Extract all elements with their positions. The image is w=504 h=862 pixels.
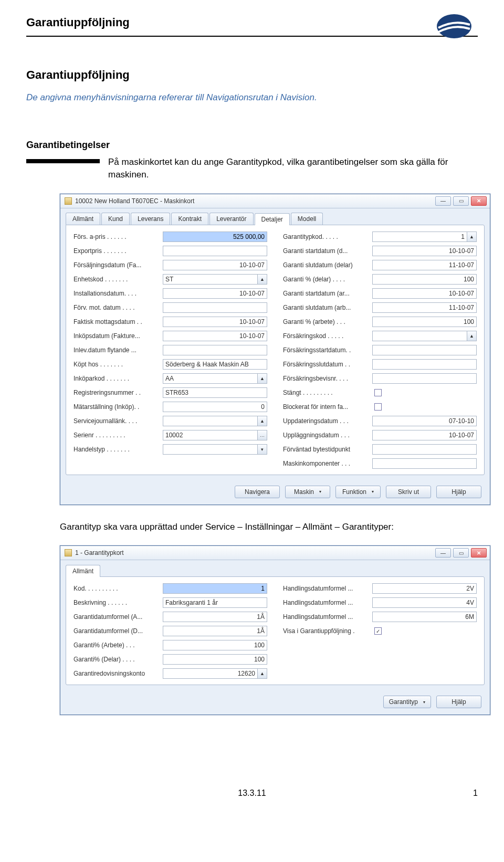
text-input[interactable] — [372, 345, 477, 355]
text-input[interactable] — [163, 246, 267, 256]
text-input[interactable] — [372, 373, 477, 384]
field: Stängt . . . . . . . . . — [283, 386, 477, 399]
field-label: Garanti% (Delar) . . . . — [74, 656, 163, 663]
text-input[interactable]: 11-10-07 — [372, 260, 477, 270]
field-label: Faktisk mottagsdatum . . — [74, 318, 163, 325]
tab-modell[interactable]: Modell — [291, 213, 323, 225]
minimize-button[interactable]: — — [435, 196, 451, 206]
text-input[interactable]: 10-10-07 — [163, 260, 267, 270]
field-label: Uppdateringsdatum . . . — [283, 417, 372, 425]
text-input[interactable]: 1Å — [163, 612, 267, 622]
field-label: Kod. . . . . . . . . . — [74, 585, 163, 592]
field: Försäljningsdatum (Fa...10-10-07 — [74, 259, 267, 271]
text-input[interactable]: AA — [163, 373, 258, 384]
page-footer: 13.3.11 1 — [26, 789, 478, 798]
chevron-down-icon: ▾ — [423, 700, 425, 705]
tab-kund[interactable]: Kund — [101, 213, 130, 225]
text-input[interactable] — [372, 444, 477, 455]
text-input[interactable] — [372, 359, 477, 370]
text-input[interactable]: 10-10-07 — [372, 246, 477, 256]
maskin-button[interactable]: Maskin▾ — [285, 486, 330, 498]
tab-leverantör[interactable]: Leverantör — [209, 213, 253, 225]
maximize-button[interactable]: ▭ — [453, 548, 469, 558]
text-input[interactable]: 100 — [163, 640, 267, 650]
text-input[interactable]: 12620 — [163, 668, 258, 679]
checkbox[interactable] — [374, 389, 382, 396]
assist-button[interactable]: ▲ — [258, 668, 267, 679]
field: Blockerat för intern fa... — [283, 401, 477, 413]
field: Inköparkod . . . . . . .AA▲ — [74, 372, 267, 385]
field: Handlingsdatumformel ...2V — [283, 582, 477, 595]
button-bar: NavigeraMaskin▾Funktion▾Skriv utHjälp — [60, 480, 490, 504]
tab-leverans[interactable]: Leverans — [131, 213, 170, 225]
checkbox[interactable] — [374, 403, 382, 411]
field: Handelstyp . . . . . . .▾ — [74, 443, 267, 456]
tab-allmänt[interactable]: Allmänt — [66, 213, 100, 225]
form-icon — [65, 197, 72, 205]
close-button[interactable]: ✕ — [471, 196, 487, 206]
assist-button[interactable]: ▲ — [258, 373, 267, 384]
text-input[interactable]: 10-10-07 — [163, 317, 267, 327]
assist-button[interactable]: ▲ — [467, 232, 477, 242]
text-input[interactable]: 1Å — [163, 626, 267, 636]
text-input[interactable] — [372, 458, 477, 469]
hjälp-button[interactable]: Hjälp — [436, 486, 481, 498]
field-label: Handelstyp . . . . . . . — [74, 446, 163, 453]
skriv-ut-button[interactable]: Skriv ut — [386, 486, 431, 498]
text-input[interactable]: 10-10-07 — [372, 430, 477, 440]
assist-button[interactable]: ▲ — [258, 416, 267, 426]
field: Garanti slutdatum (delar)11-10-07 — [283, 259, 477, 271]
text-input[interactable]: Söderberg & Haak Maskin AB — [163, 359, 267, 370]
text-input[interactable]: 525 000,00 — [163, 232, 267, 242]
navigera-button[interactable]: Navigera — [235, 486, 280, 498]
assist-button[interactable]: ▾ — [258, 444, 267, 455]
text-input[interactable]: 10-10-07 — [163, 331, 267, 341]
maximize-button[interactable]: ▭ — [453, 196, 469, 206]
field-label: Uppläggningsdatum . . . — [283, 432, 372, 439]
tab-allmänt[interactable]: Allmänt — [66, 565, 100, 577]
garantitypkort-window: 1 - Garantitypkort — ▭ ✕ Allmänt Kod. . … — [60, 545, 490, 715]
window-title: 10002 New Holland T6070EC - Maskinkort — [75, 197, 194, 205]
section-heading-garantibetingelser: Garantibetingelser — [26, 140, 478, 151]
text-input[interactable] — [163, 444, 258, 455]
text-input[interactable] — [163, 416, 258, 426]
text-input[interactable] — [163, 345, 267, 355]
assist-button[interactable]: … — [258, 430, 267, 440]
text-input[interactable]: 07-10-10 — [372, 416, 477, 426]
hjälp-button[interactable]: Hjälp — [436, 696, 481, 708]
text-input[interactable]: 1 — [372, 232, 467, 242]
checkbox[interactable]: ✓ — [374, 627, 382, 635]
field: Handlingsdatumformel ...6M — [283, 611, 477, 623]
funktion-button[interactable]: Funktion▾ — [335, 486, 381, 498]
text-input[interactable]: 100 — [372, 317, 477, 327]
text-input[interactable]: 6M — [372, 612, 477, 622]
text-input[interactable]: 11-10-07 — [372, 302, 477, 313]
field: Garantidatumformel (D...1Å — [74, 625, 267, 637]
text-input[interactable] — [372, 331, 467, 341]
text-input[interactable]: 1 — [163, 583, 267, 594]
text-input[interactable]: 2V — [372, 583, 477, 594]
field: Försäkringsslutdatum . . — [283, 358, 477, 371]
tab-detaljer[interactable]: Detaljer — [255, 213, 290, 225]
text-input[interactable]: STR653 — [163, 387, 267, 398]
text-input[interactable]: 10002 — [163, 430, 258, 440]
titlebar: 10002 New Holland T6070EC - Maskinkort —… — [60, 194, 490, 208]
text-input[interactable]: 100 — [163, 654, 267, 665]
close-button[interactable]: ✕ — [471, 548, 487, 558]
assist-button[interactable]: ▲ — [258, 274, 267, 285]
text-input[interactable]: 10-10-07 — [163, 288, 267, 299]
text-input[interactable]: 100 — [372, 274, 477, 285]
text-input[interactable]: 10-10-07 — [372, 288, 477, 299]
garantityp-button[interactable]: Garantityp▾ — [383, 696, 431, 708]
text-input[interactable]: 4V — [372, 597, 477, 608]
text-input[interactable]: ST — [163, 274, 258, 285]
field-label: Mätarställning (Inköp). . — [74, 403, 163, 411]
header-title: Garantiuppföljning — [26, 16, 478, 29]
field: Mätarställning (Inköp). .0 — [74, 401, 267, 413]
text-input[interactable]: 0 — [163, 402, 267, 412]
text-input[interactable] — [163, 302, 267, 313]
tab-kontrakt[interactable]: Kontrakt — [171, 213, 208, 225]
minimize-button[interactable]: — — [435, 548, 451, 558]
text-input[interactable]: Fabriksgaranti 1 år — [163, 597, 267, 608]
assist-button[interactable]: ▲ — [467, 331, 477, 341]
